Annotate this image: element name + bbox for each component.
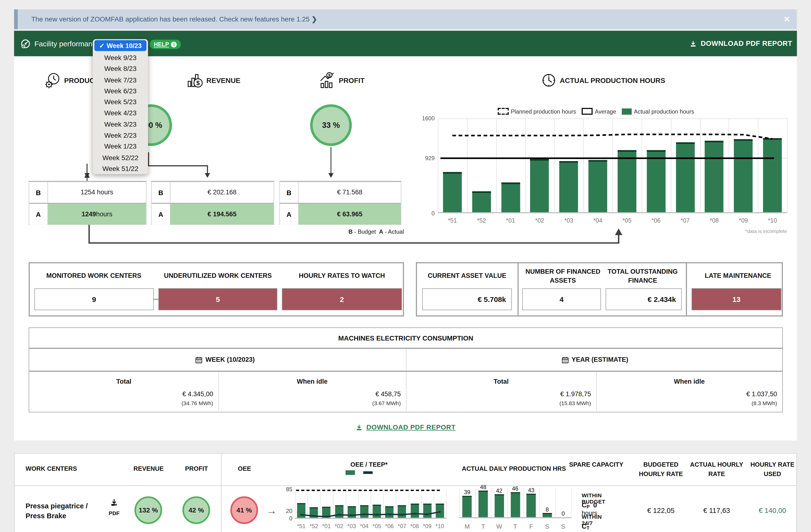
row-profit-percent: 42 % [188,506,204,514]
download-pdf-report-label: DOWNLOAD PDF REPORT [366,423,456,431]
help-button[interactable]: HELP i [150,40,181,49]
col-header-oee-teep: OEE / TEEP* [333,460,406,470]
number-of-financed-assets-title: NUMBER OF FINANCED ASSETS [521,268,605,285]
week-idle-label: When idle [218,378,406,385]
x-tick-label: S [555,523,571,530]
year-idle-value: € 1.037,50 [596,391,777,398]
pdf-label: PDF [106,510,122,516]
x-tick-label: *05 [370,523,383,529]
electricity-table-headers: WEEK (10/2023) YEAR (ESTIMATE) [29,349,782,371]
oee-teep-chart [295,489,446,519]
divider [686,263,687,316]
production-actual-value: 1249 hours [48,204,146,225]
col-header-rate-used: HOURLY RATE USED [741,460,804,479]
close-icon[interactable]: ✕ [783,15,790,24]
x-tick-label: *06 [383,523,396,529]
week-option[interactable]: Week 5/23 [93,96,148,108]
x-tick-label: *10 [433,523,446,529]
week-total-label: Total [29,378,218,385]
week-option[interactable]: Week 3/23 [93,119,148,130]
number-of-financed-assets-value: 4 [522,288,601,310]
bar-value-label: 0 [556,511,570,517]
profit-budget-value: € 71.568 [299,182,401,203]
year-total-label: Total [406,378,596,385]
teep-legend-swatch [363,471,373,474]
profit-budget-actual-table: B € 71.568 A € 63.965 [279,181,401,225]
notification-banner: The new version of ZOOMFAB application h… [14,10,797,29]
production-actual-unit: hours [96,211,112,218]
download-pdf-report-button[interactable]: DOWNLOAD PDF REPORT [690,31,792,57]
x-tick-label: *07 [671,217,700,224]
work-center-name-line1: Pressa piegatrice / [26,501,88,511]
current-asset-value-title: CURRENT ASSET VALUE [420,272,514,280]
x-axis [459,517,571,518]
banner-message[interactable]: The new version of ZOOMFAB application h… [31,10,317,29]
production-budget-actual-table: B 1254 hours A 1249 hours [29,181,147,225]
week-selector-dropdown[interactable]: ✓ Week 10/23 Week 9/23Week 8/23Week 7/23… [93,39,148,174]
week-option[interactable]: Week 6/23 [93,85,148,96]
download-icon [690,40,697,47]
x-tick-label: *07 [396,523,408,529]
bar-value-label: 39 [460,489,474,495]
gridline [459,488,460,518]
table-row: B 1254 hours [29,182,146,203]
week-option[interactable]: Week 52/22 [93,152,148,163]
y-tick-label: 1600 [412,115,435,122]
hourly-rates-to-watch-title: HOURLY RATES TO WATCH [279,272,404,280]
work-centers-table: WORK CENTERS REVENUE PROFIT OEE OEE / TE… [14,453,797,532]
pdf-download-button[interactable]: PDF [106,499,122,516]
x-tick-label: *04 [583,217,612,224]
year-total-mwh: (15.83 MWh) [406,400,591,406]
chevron-right-icon: ❯ [311,15,317,23]
week-option[interactable]: Week 1/23 [93,141,148,152]
legend-actual-label: Actual production hours [634,108,694,115]
chart-legend: Planned production hours Average Actual … [498,108,694,115]
gauge-icon [20,39,31,49]
underutilized-work-centers-value: 5 [158,288,277,310]
revenue-kpi-header: $ REVENUE [187,72,240,89]
download-icon [355,424,363,431]
daily-hours-bar [510,492,520,517]
late-maintenance-title: LATE MAINTENANCE [691,272,785,280]
week-options-list: Week 9/23Week 8/23Week 7/23Week 6/23Week… [93,52,148,174]
week-option-selected[interactable]: ✓ Week 10/23 [94,40,146,51]
week-option[interactable]: Week 9/23 [93,52,148,63]
production-actual-number: 1249 [81,211,96,218]
profit-icon: $ [319,72,336,89]
legend-planned-label: Planned production hours [511,108,576,115]
work-center-name-line2: Press Brake [26,511,88,521]
x-tick-label: F [523,523,539,530]
actual-hours-swatch [622,108,632,115]
week-option[interactable]: Week 51/22 [93,163,148,174]
week-option[interactable]: Week 8/23 [93,63,148,74]
daily-hours-bar [494,494,504,517]
gridline [491,488,492,518]
row-oee-percent-circle: 41 % [230,496,258,524]
check-icon: ✓ [99,42,105,49]
daily-hours-bar [478,491,488,517]
work-center-name: Pressa piegatrice / Press Brake [26,501,88,521]
daily-hours-bar [462,496,472,517]
total-outstanding-finance-value: € 2.434k [606,288,682,310]
connector-line [154,299,158,300]
chart-footnote: *data is incomplete [683,228,787,234]
week-option[interactable]: Week 4/23 [93,108,148,119]
week-option[interactable]: Week 7/23 [93,74,148,85]
info-icon: i [171,42,177,47]
gridline [787,118,787,213]
x-tick-label: *52 [467,217,496,224]
legend-average-label: Average [595,108,616,115]
selected-week-label: Week 10/23 [107,42,141,49]
table-row: B € 71.568 [280,182,401,203]
week-option[interactable]: Week 2/23 [93,130,148,141]
x-tick-label: *09 [729,217,758,224]
late-maintenance-value: 13 [692,288,781,310]
y-tick-label: 929 [412,155,435,161]
row-revenue-percent: 132 % [139,506,158,514]
x-tick-label: *02 [525,217,554,224]
profit-actual-value: € 63.965 [299,204,401,225]
download-pdf-report-link[interactable]: DOWNLOAD PDF REPORT [14,423,797,431]
underutilized-work-centers-title: UNDERUTILIZED WORK CENTERS [155,272,280,280]
ct-hours: CT 951 hours [582,522,597,532]
gridline [507,488,508,518]
